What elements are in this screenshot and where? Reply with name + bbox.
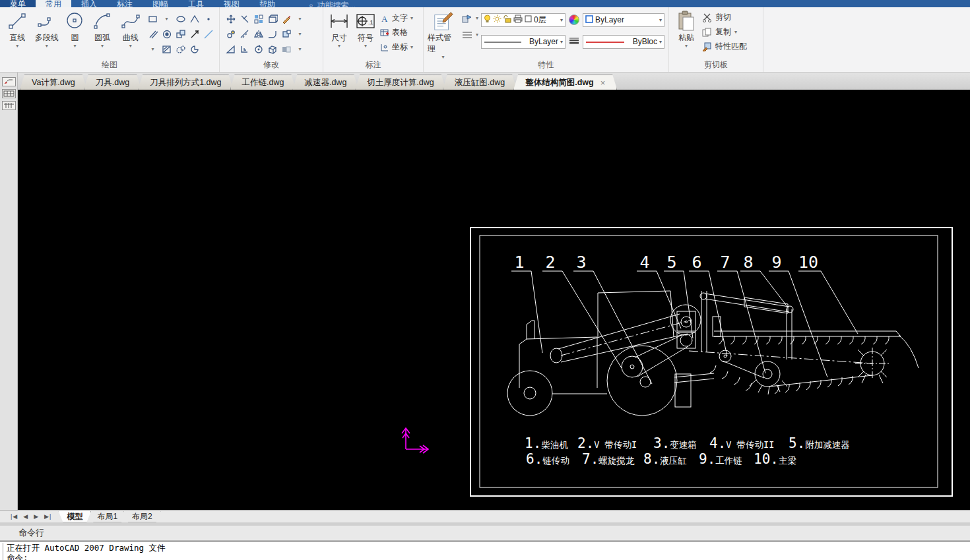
prev-tab-icon[interactable]: ◀: [23, 513, 28, 520]
text-button[interactable]: A文字▾: [380, 12, 413, 24]
doc-tab[interactable]: 减速器.dwg: [292, 75, 358, 90]
color-combo-caret[interactable]: ▾: [659, 17, 662, 23]
donut-button[interactable]: [160, 28, 174, 41]
doc-tab[interactable]: 切土厚度计算.dwg: [355, 75, 445, 90]
rotate-arc-icon[interactable]: [252, 43, 265, 56]
style-manager-button[interactable]: 样式管理▾: [428, 10, 459, 59]
stretch-icon[interactable]: [280, 28, 293, 41]
doc-tab-active[interactable]: 整体结构简图.dwg ×: [513, 75, 617, 90]
linetype-tool-button[interactable]: ▾: [461, 28, 478, 41]
symbol-button[interactable]: .1 符号▾: [354, 10, 377, 48]
doc-tab[interactable]: 刀具.dwg: [84, 75, 141, 90]
layout-tab-2[interactable]: 布局2: [123, 511, 161, 522]
polyline-button[interactable]: 多段线▾: [34, 10, 61, 48]
lineweight-combo[interactable]: ByBloc ▾: [583, 35, 664, 49]
menu-tab-annotate[interactable]: 标注: [107, 0, 143, 7]
construction-line-button[interactable]: [202, 28, 215, 41]
trim-icon[interactable]: [238, 13, 251, 26]
table-button[interactable]: 表格: [380, 26, 413, 39]
legend-num: 4.: [709, 435, 726, 451]
hatch-button[interactable]: [160, 43, 174, 56]
stretch-flyout[interactable]: ▾: [298, 31, 301, 37]
copy-button[interactable]: 复制▾: [702, 26, 747, 38]
coordinate-button[interactable]: 坐标▾: [380, 41, 413, 53]
lineweight-icon[interactable]: [569, 36, 579, 47]
menu-tab-sheet[interactable]: 图幅: [143, 0, 178, 7]
color-wheel-icon[interactable]: [569, 15, 579, 25]
point-button[interactable]: [202, 13, 215, 26]
command-line-header[interactable]: 命令行: [0, 526, 970, 541]
paste-button[interactable]: 粘贴▾: [673, 10, 699, 48]
layer-combo[interactable]: 0层 ▾: [481, 13, 566, 27]
layout-tab-1[interactable]: 布局1: [88, 511, 126, 522]
drawing-canvas[interactable]: 1 2 3 4 5 6 7 8 9 10: [0, 90, 970, 510]
menu-tab-view[interactable]: 视图: [214, 0, 249, 7]
color-combo[interactable]: ByLayer ▾: [583, 13, 664, 27]
layer-translate-button[interactable]: ▾: [461, 12, 478, 24]
function-search[interactable]: ⌕ 功能搜索...: [309, 0, 356, 7]
circle-button[interactable]: 圆▾: [63, 10, 87, 48]
doc-tab[interactable]: 液压缸图.dwg: [443, 75, 517, 90]
move-icon[interactable]: [224, 13, 238, 26]
ellipse-button[interactable]: [174, 13, 187, 26]
first-tab-icon[interactable]: |◀: [11, 513, 18, 520]
layout-tab-model[interactable]: 模型: [58, 511, 91, 522]
pointer-button[interactable]: [188, 28, 201, 41]
linetype-combo-caret[interactable]: ▾: [560, 39, 563, 45]
close-icon[interactable]: ×: [600, 78, 606, 87]
menu-tab-tools[interactable]: 工具: [178, 0, 214, 7]
command-prompt[interactable]: 命令:: [7, 553, 970, 560]
erase-icon[interactable]: [280, 13, 293, 26]
menu-tab-insert[interactable]: 插入: [71, 0, 107, 7]
line-button[interactable]: 直线▾: [4, 10, 31, 48]
tab-nav-arrows[interactable]: |◀ ◀ ▶ ▶|: [4, 513, 58, 520]
clip-icon[interactable]: [266, 13, 279, 26]
erase-flyout[interactable]: ▾: [298, 16, 301, 22]
command-window[interactable]: 正在打开 AutoCAD 2007 Drawing 文件 命令:: [0, 541, 970, 560]
search-label: 功能搜索...: [317, 0, 356, 7]
doc-tab[interactable]: Va计算.dwg: [20, 75, 87, 90]
offset-icon[interactable]: [238, 43, 251, 56]
lineweight-combo-caret[interactable]: ▾: [659, 39, 662, 45]
menu-tab-home[interactable]: 常用: [36, 0, 71, 7]
layer-combo-caret[interactable]: ▾: [560, 17, 563, 23]
linetype-combo[interactable]: ByLayer ▾: [481, 35, 566, 49]
callout-number: 1: [514, 253, 524, 272]
block-button[interactable]: [174, 28, 187, 41]
cube-icon[interactable]: [266, 43, 279, 56]
spline-label: 曲线: [123, 32, 139, 44]
measure-icon[interactable]: [238, 28, 251, 41]
fillet-icon[interactable]: [266, 28, 279, 41]
scale-icon[interactable]: [224, 43, 238, 56]
multiline-button[interactable]: [146, 28, 160, 41]
dimension-button[interactable]: 尺寸▾: [327, 10, 351, 48]
legend-num: 2.: [577, 435, 594, 451]
table-tool-icon[interactable]: [2, 89, 16, 98]
leader-tool-icon[interactable]: [2, 77, 16, 86]
mirror-icon[interactable]: [252, 28, 265, 41]
line-flyout[interactable]: ▾: [151, 46, 154, 52]
rectangle-button[interactable]: [146, 13, 160, 26]
gear-button[interactable]: [174, 43, 187, 56]
menu-tab-help[interactable]: 帮助: [249, 0, 285, 7]
doc-tab[interactable]: 刀具排列方式1.dwg: [138, 75, 233, 90]
fade-flyout[interactable]: ▾: [298, 46, 301, 52]
doc-tab[interactable]: 工作链.dwg: [230, 75, 296, 90]
region-button[interactable]: [188, 43, 201, 56]
fade-icon[interactable]: [280, 43, 293, 56]
next-tab-icon[interactable]: ▶: [34, 513, 39, 520]
rectangle-flyout[interactable]: ▾: [165, 16, 168, 22]
menu-tab-menu[interactable]: 菜单: [0, 0, 36, 7]
arc-button[interactable]: 圆弧▾: [90, 10, 115, 48]
rotate-icon[interactable]: [224, 28, 238, 41]
last-tab-icon[interactable]: ▶|: [44, 513, 51, 520]
svg-text:A: A: [381, 14, 388, 23]
array-icon[interactable]: [252, 13, 265, 26]
match-properties-button[interactable]: 特性匹配: [702, 40, 747, 53]
comb-tool-icon[interactable]: [2, 101, 16, 110]
cut-button[interactable]: 剪切: [702, 11, 747, 24]
coordinate-label: 坐标: [392, 42, 408, 53]
unlock-icon: [503, 15, 511, 25]
polygon-button[interactable]: [188, 13, 201, 26]
spline-button[interactable]: 曲线▾: [117, 10, 143, 48]
